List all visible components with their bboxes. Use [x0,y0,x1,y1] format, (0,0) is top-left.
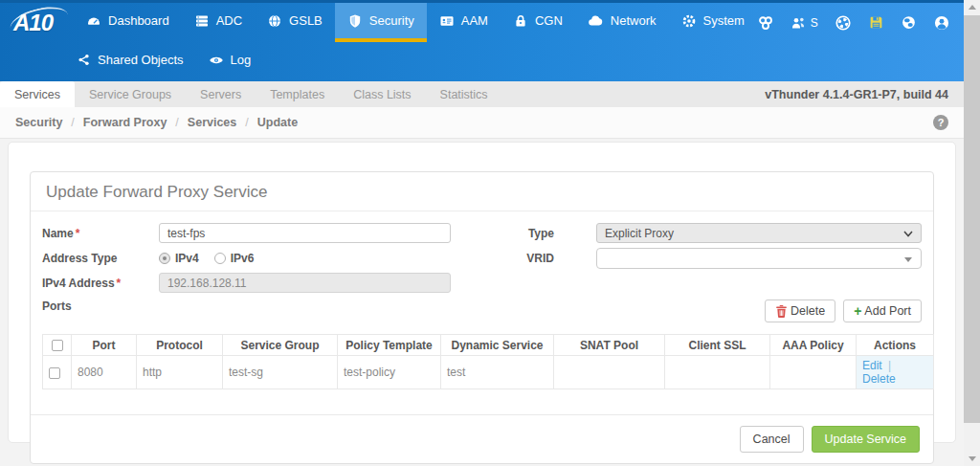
name-input[interactable] [159,223,451,243]
column-header-policy-template: Policy Template [338,335,441,356]
type-select[interactable]: Explicit Proxy [596,223,922,243]
scrollbar-up-arrow[interactable] [964,0,980,14]
column-header-dynamic-service: Dynamic Service [441,335,554,356]
column-header-snat-pool: SNAT Pool [554,335,665,356]
life-ring-glyph [835,14,852,32]
chevron-down-icon [903,231,913,237]
breadcrumb-separator: / [71,116,74,129]
plus-icon: + [854,305,861,317]
vertical-scrollbar[interactable] [964,0,980,466]
tab-services[interactable]: Services [0,81,75,107]
name-label-text: Name [42,227,74,240]
nav-item-label: System [703,13,745,28]
cloud-icon [588,13,604,29]
vrid-label: VRID [477,252,554,265]
column-header-protocol: Protocol [137,335,223,356]
nav-item-cgn[interactable]: CGN [501,3,575,42]
caret-down-icon [904,257,912,262]
scrollbar-down-arrow[interactable] [964,452,980,466]
partition-icon[interactable]: S [791,15,818,31]
scrollbar-thumb[interactable] [964,15,980,423]
nav-item-label: CGN [535,13,563,28]
tab-service-groups[interactable]: Service Groups [75,81,186,107]
subnav-item-label: Shared Objects [98,53,184,67]
padlock-icon [513,13,528,29]
nav-item-security[interactable]: Security [335,3,427,42]
vrid-combobox[interactable] [596,248,922,269]
nav-item-adc[interactable]: ADC [182,3,255,42]
actions-separator: | [888,359,891,372]
section-tab-bar: Services Service Groups Servers Template… [0,81,964,107]
update-service-card: Update Forward Proxy Service Name* Addre… [30,171,934,464]
tab-templates[interactable]: Templates [256,81,339,107]
triangle-up-icon [969,5,976,10]
user-profile-icon[interactable] [933,14,950,32]
tab-servers[interactable]: Servers [186,81,256,107]
page-title: Update Forward Proxy Service [46,183,918,202]
tab-statistics[interactable]: Statistics [426,81,502,107]
save-icon[interactable] [868,14,884,31]
spacer [42,389,922,414]
a10-logo[interactable]: A10 [0,3,74,42]
form-row-vrid: VRID [477,248,922,268]
breadcrumb-item-security[interactable]: Security [15,116,62,129]
log-link[interactable]: Log [209,53,252,68]
tab-class-lists[interactable]: Class Lists [339,81,425,107]
breadcrumb-separator: / [245,116,248,129]
delete-link[interactable]: Delete [862,372,896,386]
form-row-address-type: Address Type IPv4 IPv6 [42,248,477,268]
nav-item-label: ADC [216,13,242,28]
nav-item-network[interactable]: Network [575,3,669,42]
ipv4-radio-label: IPv4 [175,252,199,265]
breadcrumb-item-forward-proxy[interactable]: Forward Proxy [83,116,167,129]
edit-link[interactable]: Edit [862,359,882,372]
select-all-checkbox[interactable] [52,340,63,351]
form-row-ipv4-address: IPv4 Address* [42,273,477,293]
nav-item-gslb[interactable]: GSLB [255,3,335,42]
cell-port: 8080 [72,356,137,389]
cancel-button[interactable]: Cancel [740,426,804,453]
breadcrumb-item-update[interactable]: Update [257,116,298,129]
language-globe-icon[interactable] [901,14,917,31]
ipv6-radio-option[interactable]: IPv6 [214,252,255,265]
card-footer: Cancel Update Service [31,414,933,463]
page-help-icon[interactable]: ? [933,115,948,130]
column-header-service-group: Service Group [223,335,338,356]
dashboard-icon [86,13,101,29]
cluster-icon[interactable] [757,14,774,32]
nav-item-label: GSLB [289,13,323,28]
table-header-row: Port Protocol Service Group Policy Templ… [43,335,934,356]
cell-dynamic-service: test [441,356,554,389]
help-ring-icon[interactable] [835,14,852,32]
nav-item-label: AAM [461,13,488,28]
nav-item-system[interactable]: System [669,3,757,42]
ports-toolbar: Ports Delete + Add Port [42,300,922,322]
ipv6-radio[interactable] [214,253,226,264]
cell-policy-template: test-policy [338,356,441,389]
update-service-button[interactable]: Update Service [812,426,920,453]
type-select-value: Explicit Proxy [605,227,674,240]
ipv4-radio-option[interactable]: IPv4 [159,252,199,265]
breadcrumb-separator: / [175,116,178,129]
nav-item-label: Dashboard [108,13,169,28]
nav-item-aam[interactable]: AAM [427,3,501,42]
shared-objects-link[interactable]: Shared Objects [77,53,184,67]
column-header-aaa-policy: AAA Policy [770,335,857,356]
a10-logo-text: A10 [13,10,53,36]
select-all-cell [43,335,72,356]
app-window: A10 Dashboard ADC GSLB Securit [0,0,964,466]
main-menu: Dashboard ADC GSLB Security AAM [74,3,757,42]
ipv4-radio[interactable] [159,253,170,264]
shield-icon [347,13,363,29]
subnav-item-label: Log [231,53,252,67]
cell-snat-pool [554,356,665,389]
row-checkbox[interactable] [49,367,60,379]
delete-port-button[interactable]: Delete [765,300,835,322]
add-port-button[interactable]: + Add Port [843,300,922,322]
content-area: Update Forward Proxy Service Name* Addre… [0,139,964,443]
breadcrumb-item-services[interactable]: Services [188,116,236,129]
card-body: Name* Address Type IPv4 [31,211,933,414]
nav-item-dashboard[interactable]: Dashboard [74,3,182,42]
column-header-actions: Actions [857,335,934,356]
server-stack-icon [194,13,210,29]
